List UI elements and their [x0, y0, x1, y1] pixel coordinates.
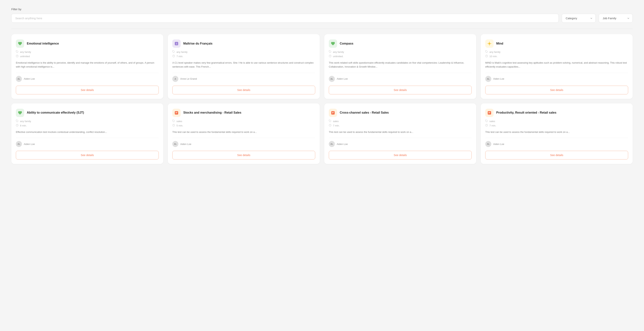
- card-compass: Compass any family unlimited. This work-…: [324, 34, 476, 99]
- card-family-cross-channel-sales: sales: [329, 120, 472, 123]
- card-header: Productivity, Result oriented - Retail s…: [485, 109, 628, 117]
- author-name-ability-communicate: Aiden Loe: [24, 143, 35, 146]
- card-family-mind: any family: [485, 50, 628, 54]
- card-author-emotional-intelligence: AL Aiden Loe: [16, 76, 159, 82]
- card-family-label: any family: [490, 50, 500, 54]
- search-input[interactable]: [11, 14, 559, 23]
- card-duration-mind: 10 min.: [485, 55, 628, 58]
- card-header: Compass: [329, 40, 472, 48]
- card-divider: [172, 138, 315, 138]
- card-family-compass: any family: [329, 50, 472, 54]
- clock-icon: [485, 55, 488, 58]
- job-family-dropdown[interactable]: Job Family: [599, 14, 633, 23]
- author-name-maitrise-francais: Anne Le Grand: [180, 77, 197, 80]
- card-family-ability-communicate: any family: [16, 120, 159, 123]
- author-avatar-emotional-intelligence: AL: [16, 76, 22, 82]
- card-meta-ability-communicate: any family 8 min.: [16, 120, 159, 127]
- author-name-mind: Aiden Loe: [493, 77, 504, 80]
- card-family-label: any family: [333, 50, 344, 54]
- card-icon-cross-channel-sales: [329, 109, 337, 117]
- svg-rect-24: [332, 113, 333, 113]
- card-meta-stocks-merchandising: sales 5 min.: [172, 120, 315, 127]
- tag-icon: [485, 120, 488, 123]
- card-title-compass: Compass: [340, 42, 353, 46]
- card-duration-maitrise-francais: 7 min.: [172, 55, 315, 58]
- author-avatar-maitrise-francais: A: [172, 76, 178, 82]
- see-details-button-cross-channel-sales[interactable]: See details: [329, 151, 472, 160]
- card-duration-label: 7 min.: [176, 55, 183, 58]
- card-meta-mind: any family 10 min.: [485, 50, 628, 58]
- author-name-emotional-intelligence: Aiden Loe: [24, 77, 35, 80]
- card-title-emotional-intelligence: Emotional intelligence: [27, 42, 59, 46]
- svg-rect-18: [176, 112, 178, 112]
- tag-icon: [16, 50, 18, 54]
- author-name-productivity-retail: Aiden Loe: [493, 143, 504, 146]
- card-family-label: sales: [176, 120, 182, 123]
- card-divider: [329, 138, 472, 138]
- card-family-productivity-retail: sales: [485, 120, 628, 123]
- author-name-stocks-merchandising: Aiden Loe: [180, 143, 192, 146]
- card-family-stocks-merchandising: sales: [172, 120, 315, 123]
- svg-rect-23: [332, 112, 334, 112]
- card-icon-emotional-intelligence: [16, 40, 24, 48]
- card-family-emotional-intelligence: any family: [16, 50, 159, 54]
- card-family-label: any family: [20, 120, 31, 123]
- card-duration-ability-communicate: 8 min.: [16, 124, 159, 127]
- card-duration-productivity-retail: 7 min.: [485, 124, 628, 127]
- card-family-maitrise-francais: any family: [172, 50, 315, 54]
- card-icon-productivity-retail: [485, 109, 494, 117]
- card-author-ability-communicate: AL Aiden Loe: [16, 141, 159, 147]
- card-duration-stocks-merchandising: 5 min.: [172, 124, 315, 127]
- card-meta-emotional-intelligence: any family unlimited: [16, 50, 159, 58]
- card-author-maitrise-francais: A Anne Le Grand: [172, 76, 315, 82]
- card-description-cross-channel-sales: This test can be used to assess the fund…: [329, 130, 472, 134]
- card-header: Mind: [485, 40, 628, 48]
- tag-icon: [329, 50, 332, 54]
- card-maitrise-francais: 文 Maîtrise du Français any family 7 min.: [168, 34, 320, 99]
- see-details-button-emotional-intelligence[interactable]: See details: [16, 86, 159, 94]
- card-description-emotional-intelligence: Emotional intelligence is the ability to…: [16, 61, 159, 69]
- card-header: 文 Maîtrise du Français: [172, 40, 315, 48]
- see-details-button-ability-communicate[interactable]: See details: [16, 151, 159, 160]
- card-duration-label: 7 min.: [333, 124, 340, 127]
- author-name-cross-channel-sales: Aiden Loe: [337, 143, 348, 146]
- card-icon-ability-communicate: [16, 109, 24, 117]
- card-duration-cross-channel-sales: 7 min.: [329, 124, 472, 127]
- card-duration-label: 5 min.: [176, 124, 183, 127]
- clock-icon: [16, 55, 18, 58]
- card-divider: [485, 138, 628, 138]
- tag-icon: [172, 50, 175, 54]
- card-stocks-merchandising: Stocks and merchandising - Retail Sales …: [168, 104, 320, 164]
- card-author-cross-channel-sales: AL Aiden Loe: [329, 141, 472, 147]
- card-author-mind: AL Aiden Loe: [485, 76, 628, 82]
- card-description-stocks-merchandising: This test can be used to assess the fund…: [172, 130, 315, 134]
- card-description-mind: MIND is Maki's cognitive test assessing …: [485, 61, 628, 69]
- author-avatar-stocks-merchandising: AL: [172, 141, 178, 147]
- see-details-button-stocks-merchandising[interactable]: See details: [172, 151, 315, 160]
- card-meta-maitrise-francais: any family 7 min.: [172, 50, 315, 58]
- card-meta-productivity-retail: sales 7 min.: [485, 120, 628, 127]
- svg-rect-29: [488, 113, 490, 113]
- cards-grid-row2: Ability to communicate effectively (SJT)…: [11, 104, 633, 164]
- card-description-ability-communicate: Effective communication test involves co…: [16, 130, 159, 134]
- card-title-mind: Mind: [496, 42, 503, 46]
- clock-icon: [172, 55, 175, 58]
- card-cross-channel-sales: Cross-channel sales - Retail Sales sales…: [324, 104, 476, 164]
- filter-row: Category Job Family: [11, 14, 633, 23]
- see-details-button-productivity-retail[interactable]: See details: [485, 151, 628, 160]
- card-header: Cross-channel sales - Retail Sales: [329, 109, 472, 117]
- card-family-label: any family: [176, 50, 188, 54]
- card-title-maitrise-francais: Maîtrise du Français: [183, 42, 212, 46]
- card-duration-compass: unlimited.: [329, 55, 472, 58]
- card-duration-label: 10 min.: [490, 55, 498, 58]
- see-details-button-compass[interactable]: See details: [329, 86, 472, 94]
- card-author-compass: AL Aiden Loe: [329, 76, 472, 82]
- author-avatar-compass: AL: [329, 76, 335, 82]
- author-avatar-ability-communicate: AL: [16, 141, 22, 147]
- see-details-button-maitrise-francais[interactable]: See details: [172, 86, 315, 94]
- card-duration-emotional-intelligence: unlimited: [16, 55, 159, 58]
- card-mind: Mind any family 10 min. MIND is Maki's c…: [481, 34, 633, 99]
- category-dropdown[interactable]: Category: [562, 14, 596, 23]
- card-meta-compass: any family unlimited.: [329, 50, 472, 58]
- see-details-button-mind[interactable]: See details: [485, 86, 628, 94]
